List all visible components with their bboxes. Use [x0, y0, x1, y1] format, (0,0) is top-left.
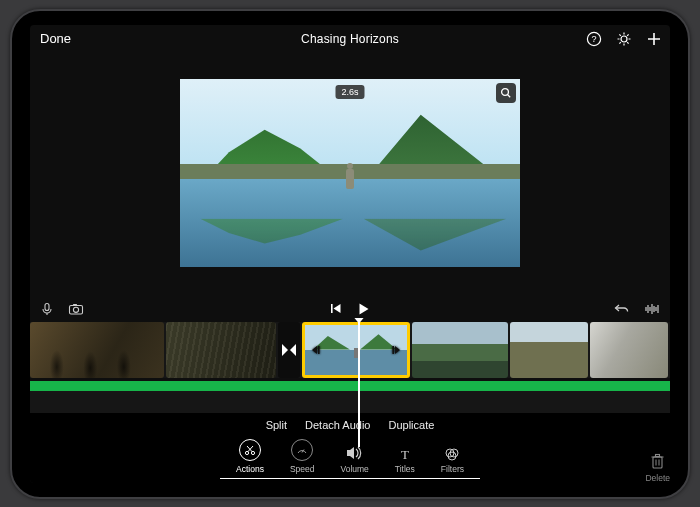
- plus-icon[interactable]: [646, 31, 662, 47]
- split-button[interactable]: Split: [266, 419, 287, 431]
- tab-label: Speed: [290, 464, 315, 474]
- delete-button[interactable]: Delete: [645, 453, 670, 483]
- titles-icon: T: [398, 447, 412, 461]
- svg-marker-21: [334, 304, 341, 313]
- scissors-icon: [239, 439, 261, 461]
- svg-point-2: [621, 36, 627, 42]
- svg-line-14: [508, 95, 511, 98]
- detach-audio-button[interactable]: Detach Audio: [305, 419, 370, 431]
- ipad-frame: Done Chasing Horizons ?: [10, 9, 690, 499]
- clip-duration-badge: 2.6s: [335, 85, 364, 99]
- microphone-icon[interactable]: [40, 302, 54, 316]
- svg-rect-32: [318, 346, 320, 354]
- playhead[interactable]: [358, 322, 360, 447]
- top-bar: Done Chasing Horizons ?: [30, 25, 670, 51]
- svg-rect-46: [653, 457, 662, 468]
- clip[interactable]: [590, 322, 668, 378]
- app-screen: Done Chasing Horizons ?: [30, 25, 670, 483]
- video-preview[interactable]: 2.6s: [180, 79, 520, 267]
- svg-line-39: [247, 446, 252, 452]
- tab-underline: [220, 478, 480, 479]
- svg-line-9: [627, 34, 628, 35]
- tab-volume[interactable]: Volume: [340, 445, 368, 474]
- svg-rect-34: [392, 346, 394, 354]
- selected-clip[interactable]: [302, 322, 410, 378]
- svg-rect-15: [45, 303, 49, 310]
- svg-line-8: [627, 42, 628, 43]
- tab-label: Volume: [340, 464, 368, 474]
- camera-icon[interactable]: [68, 302, 84, 316]
- audio-track[interactable]: [30, 381, 670, 391]
- svg-text:T: T: [401, 447, 409, 461]
- help-icon[interactable]: ?: [586, 31, 602, 47]
- magnifier-icon[interactable]: [496, 83, 516, 103]
- tab-filters[interactable]: Filters: [441, 447, 464, 474]
- tab-speed[interactable]: Speed: [290, 439, 315, 474]
- svg-marker-41: [347, 447, 354, 459]
- play-icon[interactable]: [357, 302, 371, 316]
- waveform-icon[interactable]: [644, 302, 660, 316]
- clip-action-buttons: Split Detach Audio Duplicate: [266, 419, 435, 431]
- clip-actions-panel: Split Detach Audio Duplicate Actions Spe…: [30, 413, 670, 483]
- speedometer-icon: [291, 439, 313, 461]
- clip[interactable]: [510, 322, 588, 378]
- svg-point-18: [73, 307, 78, 312]
- transition-icon[interactable]: [278, 322, 300, 378]
- speaker-icon: [346, 445, 364, 461]
- clip[interactable]: [166, 322, 276, 378]
- svg-rect-19: [73, 304, 77, 306]
- skip-back-icon[interactable]: [330, 302, 343, 315]
- trim-left-icon[interactable]: [309, 343, 323, 357]
- svg-text:?: ?: [591, 34, 596, 44]
- trim-right-icon[interactable]: [389, 343, 403, 357]
- duplicate-button[interactable]: Duplicate: [388, 419, 434, 431]
- done-button[interactable]: Done: [36, 31, 71, 46]
- inspector-tabs: Actions Speed Volume T Titles Filters: [236, 439, 464, 474]
- tab-titles[interactable]: T Titles: [395, 447, 415, 474]
- project-title: Chasing Horizons: [301, 32, 399, 46]
- svg-point-13: [502, 89, 509, 96]
- gear-icon[interactable]: [616, 31, 632, 47]
- svg-line-38: [248, 446, 253, 452]
- undo-icon[interactable]: [614, 302, 630, 316]
- svg-marker-30: [282, 344, 288, 356]
- video-track[interactable]: [30, 322, 670, 378]
- tab-label: Actions: [236, 464, 264, 474]
- tab-label: Filters: [441, 464, 464, 474]
- trash-icon: [650, 453, 665, 470]
- svg-marker-31: [290, 344, 296, 356]
- preview-area: 2.6s: [30, 51, 670, 298]
- clip[interactable]: [412, 322, 508, 378]
- svg-line-7: [619, 34, 620, 35]
- tab-actions[interactable]: Actions: [236, 439, 264, 474]
- svg-marker-22: [360, 303, 369, 314]
- svg-rect-48: [656, 454, 660, 456]
- clip[interactable]: [30, 322, 164, 378]
- svg-line-10: [619, 42, 620, 43]
- svg-rect-20: [331, 304, 333, 313]
- transport-row: [30, 298, 670, 322]
- tab-label: Titles: [395, 464, 415, 474]
- delete-label: Delete: [645, 473, 670, 483]
- timeline-area: [30, 322, 670, 413]
- filters-icon: [444, 447, 460, 461]
- svg-marker-35: [395, 346, 400, 354]
- svg-marker-33: [312, 346, 317, 354]
